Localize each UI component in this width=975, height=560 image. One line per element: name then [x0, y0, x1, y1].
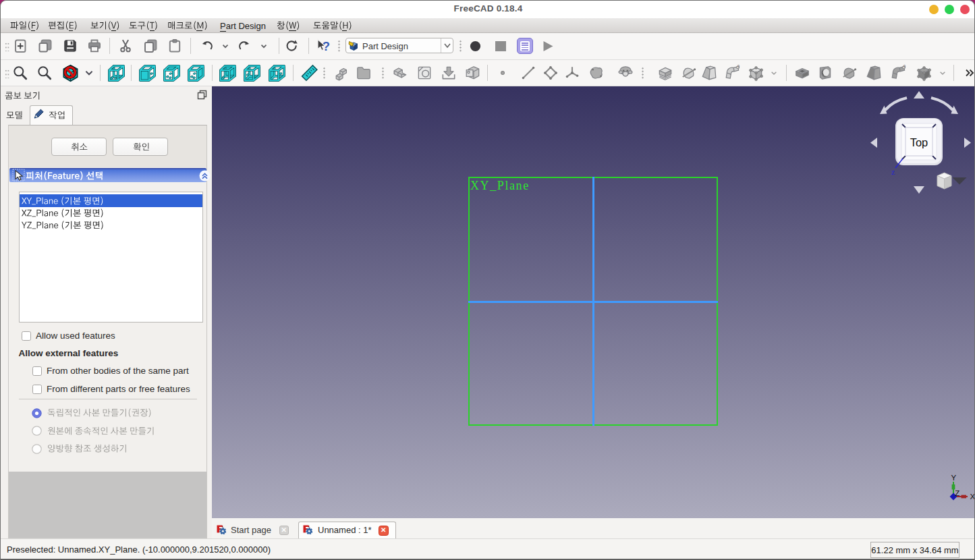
svg-text:Z: Z: [955, 489, 959, 497]
svg-text:X: X: [970, 493, 975, 501]
svg-text:z: z: [891, 167, 895, 177]
svg-text:0: 0: [737, 64, 740, 68]
svg-text:0: 0: [903, 64, 906, 68]
svg-text:Y: Y: [951, 474, 957, 482]
svg-text:Top: Top: [910, 136, 928, 148]
